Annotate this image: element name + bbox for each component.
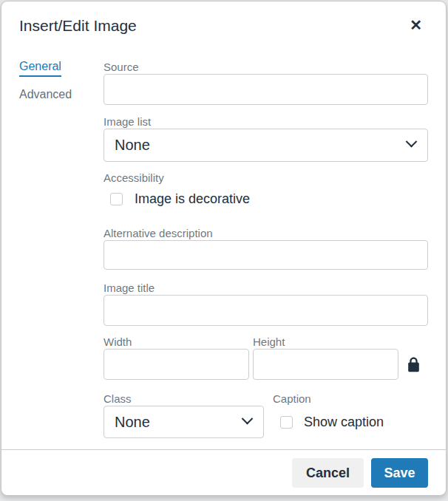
show-caption-checkbox[interactable] — [280, 416, 293, 429]
class-selected-value: None — [115, 414, 150, 431]
alternative-description-field-group: Alternative description — [103, 226, 428, 270]
image-list-label: Image list — [103, 115, 428, 129]
height-input[interactable] — [253, 349, 398, 380]
width-input[interactable] — [103, 349, 249, 380]
dialog-title: Insert/Edit Image — [19, 16, 137, 35]
alternative-description-input[interactable] — [103, 240, 428, 270]
source-input[interactable] — [103, 74, 428, 105]
dialog-footer: Cancel Save — [1, 449, 446, 495]
cancel-button[interactable]: Cancel — [292, 458, 364, 488]
tab-nav: General Advanced — [19, 60, 103, 449]
dimensions-row: Width Height — [103, 335, 428, 380]
accessibility-group: Accessibility Image is decorative — [103, 171, 428, 207]
class-field-group: Class None — [103, 392, 264, 438]
source-label: Source — [103, 60, 428, 74]
image-title-input[interactable] — [103, 295, 428, 326]
chevron-down-icon — [242, 412, 254, 424]
source-field-group: Source — [103, 60, 428, 115]
height-field-group: Height — [253, 335, 398, 380]
accessibility-label: Accessibility — [103, 171, 428, 185]
show-caption-checkbox-row: Show caption — [273, 415, 384, 430]
constrain-proportions-wrap — [398, 349, 428, 380]
save-button[interactable]: Save — [371, 458, 428, 488]
image-title-label: Image title — [103, 281, 428, 295]
tab-advanced[interactable]: Advanced — [19, 88, 103, 101]
image-is-decorative-checkbox[interactable] — [110, 193, 123, 205]
constrain-proportions-lock-button[interactable] — [407, 356, 421, 373]
dialog-header: Insert/Edit Image ✕ — [1, 1, 446, 41]
class-select[interactable]: None — [103, 406, 264, 438]
width-field-group: Width — [103, 335, 249, 380]
decorative-checkbox-row: Image is decorative — [103, 191, 428, 207]
lock-icon — [407, 356, 421, 373]
image-form: Source Image list None Accessibility Ima… — [103, 60, 428, 449]
chevron-down-icon — [406, 136, 418, 148]
close-icon[interactable]: ✕ — [410, 18, 422, 33]
image-list-selected-value: None — [115, 137, 150, 154]
width-label: Width — [103, 335, 249, 349]
image-list-select[interactable]: None — [103, 129, 428, 162]
class-caption-row: Class None Caption Show caption — [103, 392, 428, 438]
alternative-description-label: Alternative description — [103, 226, 428, 240]
insert-edit-image-dialog: Insert/Edit Image ✕ General Advanced Sou… — [1, 1, 447, 496]
caption-label: Caption — [273, 392, 384, 406]
image-title-field-group: Image title — [103, 281, 428, 326]
dialog-body: General Advanced Source Image list None … — [1, 41, 446, 449]
height-label: Height — [253, 335, 398, 349]
image-list-field-group: Image list None — [103, 115, 428, 162]
show-caption-label[interactable]: Show caption — [304, 415, 384, 430]
caption-group: Caption Show caption — [273, 392, 384, 430]
tab-advanced-label: Advanced — [19, 88, 72, 101]
class-label: Class — [103, 392, 264, 406]
tab-general-label: General — [19, 60, 61, 77]
tab-general[interactable]: General — [19, 60, 103, 77]
image-is-decorative-label[interactable]: Image is decorative — [135, 191, 250, 207]
